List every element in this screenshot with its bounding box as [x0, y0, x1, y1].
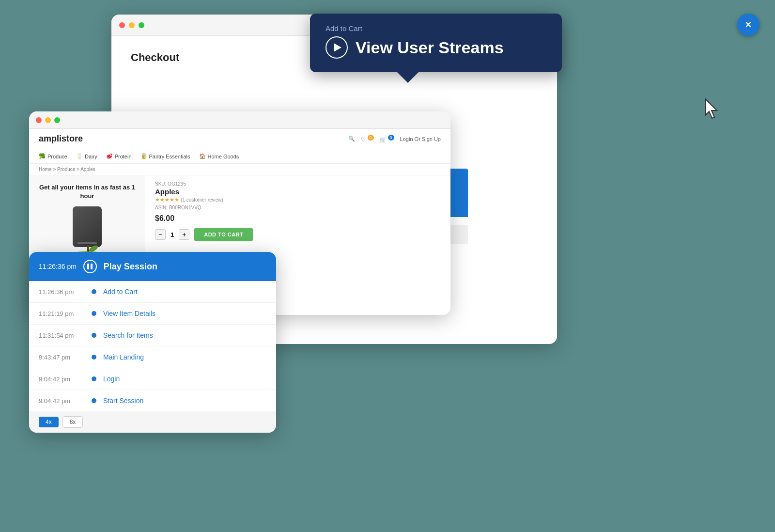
session-label-0[interactable]: Add to Cart [103, 288, 138, 296]
store-nav-icons: 🔍 ♡ 0 🛒 0 Login Or Sign Up [348, 135, 441, 143]
titlebar-dot-red [119, 22, 125, 28]
close-icon: × [745, 19, 752, 30]
session-dot-5 [92, 398, 96, 403]
add-to-cart-button[interactable]: ADD TO CART [194, 228, 253, 241]
login-label[interactable]: Login Or Sign Up [400, 136, 441, 142]
store-titlebar [29, 111, 450, 129]
nav-home[interactable]: 🏠 Home Goods [199, 153, 239, 159]
wishlist-icon[interactable]: ♡ 0 [361, 135, 373, 143]
quantity-value: 1 [170, 231, 174, 238]
product-stars: ★★★★★ (1 customer review) [155, 197, 441, 203]
session-time-5: 9:04:42 pm [39, 397, 85, 405]
nav-dairy[interactable]: 🥛 Dairy [76, 153, 97, 159]
session-play-label: Play Session [104, 262, 157, 272]
nav-produce[interactable]: 🥦 Produce [39, 153, 67, 159]
session-label-2[interactable]: Search for Items [103, 331, 153, 339]
tooltip-streams-text: View User Streams [356, 38, 504, 57]
store-logo: amplistore [39, 134, 83, 144]
quantity-row: − 1 + ADD TO CART [155, 228, 441, 241]
store-nav: 🥦 Produce 🥛 Dairy 🥩 Protein 🥫 Pantry Ess… [29, 149, 450, 164]
search-icon[interactable]: 🔍 [348, 136, 355, 142]
session-row-2: 11:31:54 pm Search for Items [29, 325, 276, 346]
session-header-time: 11:26:36 pm [39, 263, 77, 270]
session-row-4: 9:04:42 pm Login [29, 368, 276, 390]
play-triangle-icon [334, 43, 341, 52]
session-panel: 11:26:36 pm Play Session 11:26:36 pm Add… [29, 252, 276, 433]
pause-bar-right [91, 264, 93, 269]
playback-row: 4x 8x [29, 411, 276, 433]
cursor-icon [702, 97, 722, 122]
session-label-3[interactable]: Main Landing [103, 353, 144, 361]
store-dot-yellow [45, 117, 51, 123]
quantity-decrease-button[interactable]: − [155, 229, 166, 240]
session-time-2: 11:31:54 pm [39, 332, 85, 339]
titlebar-dot-yellow [129, 22, 135, 28]
session-dot-4 [92, 376, 96, 381]
product-asin: ASIN: B00RON1VVQ [155, 205, 441, 210]
session-time-1: 11:21:19 pm [39, 310, 85, 317]
tooltip-popup: Add to Cart View User Streams [310, 14, 562, 72]
nav-protein[interactable]: 🥩 Protein [106, 153, 132, 159]
session-time-3: 9:43:47 pm [39, 354, 85, 361]
session-dot-2 [92, 333, 96, 338]
session-row-0: 11:26:36 pm Add to Cart [29, 281, 276, 303]
close-button[interactable]: × [737, 14, 760, 36]
session-dot-3 [92, 355, 96, 360]
play-circle-icon [326, 36, 348, 59]
nav-pantry[interactable]: 🥫 Pantry Essentials [140, 153, 190, 159]
session-header: 11:26:36 pm Play Session [29, 252, 276, 281]
playback-8x-button[interactable]: 8x [62, 416, 83, 428]
promo-text: Get all your items in as fast as 1 hour [37, 183, 138, 201]
session-time-4: 9:04:42 pm [39, 376, 85, 383]
session-row-3: 9:43:47 pm Main Landing [29, 346, 276, 368]
session-dot-1 [92, 311, 96, 316]
pause-icon [83, 260, 97, 273]
session-rows: 11:26:36 pm Add to Cart 11:21:19 pm View… [29, 281, 276, 411]
session-label-4[interactable]: Login [103, 375, 120, 383]
store-header: amplistore 🔍 ♡ 0 🛒 0 Login Or Sign Up [29, 129, 450, 149]
store-dot-red [36, 117, 42, 123]
tooltip-add-to-cart-label: Add to Cart [326, 24, 546, 32]
product-price: $6.00 [155, 214, 441, 223]
review-count: (1 customer review) [181, 197, 223, 203]
session-label-5[interactable]: Start Session [103, 397, 143, 405]
cart-icon[interactable]: 🛒 0 [380, 135, 394, 143]
session-time-0: 11:26:36 pm [39, 288, 85, 296]
product-name: Apples [155, 188, 441, 196]
store-dot-green [54, 117, 60, 123]
breadcrumb: Home > Produce > Apples [29, 164, 450, 175]
quantity-increase-button[interactable]: + [179, 229, 189, 240]
session-dot-0 [92, 289, 96, 294]
product-sku: SKU: OG1295 [155, 181, 441, 187]
session-label-1[interactable]: View Item Details [103, 310, 155, 317]
session-row-1: 11:21:19 pm View Item Details [29, 303, 276, 325]
titlebar-dot-green [139, 22, 144, 28]
playback-4x-button[interactable]: 4x [39, 417, 59, 427]
phone-mock-image [73, 206, 102, 247]
session-row-5: 9:04:42 pm Start Session [29, 390, 276, 411]
pause-bar-left [87, 264, 89, 269]
tooltip-view-streams-row: View User Streams [326, 36, 546, 59]
